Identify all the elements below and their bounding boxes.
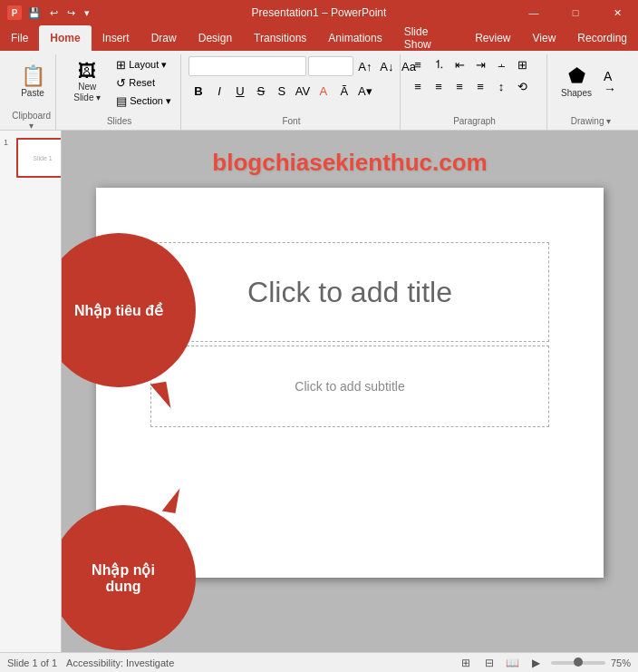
group-slides: 🖼 NewSlide ▾ ⊞ Layout ▾ ↺ Reset ▤ Sectio… — [58, 54, 181, 130]
title-bar-left: P 💾 ↩ ↪ ▾ — [0, 0, 100, 25]
new-slide-button[interactable]: 🖼 NewSlide ▾ — [63, 56, 111, 109]
group-shapes: ⬟ Shapes A → Drawing ▾ — [549, 54, 633, 130]
section-icon: ▤ — [116, 94, 127, 108]
shapes-label: Drawing ▾ — [555, 114, 627, 126]
slide-sorter-button[interactable]: ⊟ — [480, 656, 498, 670]
minimize-button[interactable]: — — [513, 0, 555, 25]
status-right: ⊞ ⊟ 📖 ▶ 75% — [457, 656, 631, 670]
increase-indent-button[interactable]: ⇥ — [470, 54, 490, 74]
clipboard-content: 📋 Paste — [11, 54, 54, 109]
shapes-content: ⬟ Shapes A → — [555, 54, 627, 114]
reset-button[interactable]: ↺ Reset — [112, 74, 175, 91]
normal-view-button[interactable]: ⊞ — [457, 656, 475, 670]
clipboard-label: Clipboard ▾ — [11, 109, 52, 131]
tab-file[interactable]: File — [0, 25, 39, 51]
callout-content-bubble: Nhập nộidung — [62, 505, 196, 650]
font-name-input[interactable] — [188, 56, 306, 76]
callout-title-label: Nhập tiêu đề — [74, 302, 163, 319]
tab-review[interactable]: Review — [464, 25, 521, 51]
bold-button[interactable]: B — [188, 81, 208, 101]
font-row-1: A↑ A↓ Aa — [188, 56, 419, 76]
numbering-button[interactable]: ⒈ — [429, 54, 449, 74]
shapes-button[interactable]: ⬟ Shapes — [555, 56, 598, 109]
qat-redo[interactable]: ↪ — [64, 7, 78, 19]
decrease-indent-button[interactable]: ⇤ — [450, 54, 469, 74]
qat-undo[interactable]: ↩ — [47, 7, 61, 19]
tab-view[interactable]: View — [522, 25, 567, 51]
accessibility-status: Accessibility: Investigate — [66, 657, 174, 668]
paste-button[interactable]: 📋 Paste — [11, 56, 54, 109]
slide-title-area[interactable]: Click to add title — [150, 242, 549, 342]
tab-design[interactable]: Design — [188, 25, 243, 51]
layout-button[interactable]: ⊞ Layout ▾ — [112, 56, 175, 73]
align-center-button[interactable]: ≡ — [429, 76, 449, 96]
paragraph-label: Paragraph — [408, 114, 541, 126]
qat-save[interactable]: 💾 — [25, 7, 44, 19]
font-label: Font — [188, 114, 394, 126]
paragraph-content: ≡ ⒈ ⇤ ⇥ ⫠ ⊞ ≡ ≡ ≡ ≡ ↕ ⟲ — [408, 54, 532, 96]
font-size-input[interactable] — [308, 56, 353, 76]
content-area: 1 Slide 1 blogchiasekienthuc.com Nhập ti… — [0, 131, 638, 652]
slide-thumbnail[interactable]: Slide 1 — [16, 138, 62, 178]
reset-icon: ↺ — [116, 76, 126, 90]
new-slide-icon: 🖼 — [78, 62, 96, 80]
status-left: Slide 1 of 1 Accessibility: Investigate — [7, 657, 174, 668]
maximize-button[interactable]: □ — [555, 0, 596, 25]
text-shadow-button[interactable]: S — [272, 81, 292, 101]
justify-button[interactable]: ≡ — [470, 76, 490, 96]
section-button[interactable]: ▤ Section ▾ — [112, 93, 175, 109]
app-icon: P — [7, 5, 22, 20]
ribbon-tabs: File Home Insert Draw Design Transitions… — [0, 25, 638, 51]
slide-subtitle-area[interactable]: Click to add subtitle — [150, 346, 549, 427]
tab-insert[interactable]: Insert — [92, 25, 140, 51]
tab-draw[interactable]: Draw — [140, 25, 188, 51]
increase-font-button[interactable]: A↑ — [355, 56, 375, 76]
para-row-2: ≡ ≡ ≡ ≡ ↕ ⟲ — [408, 76, 532, 96]
underline-button[interactable]: U — [230, 81, 250, 101]
title-bar: P 💾 ↩ ↪ ▾ Presentation1 – PowerPoint — □… — [0, 0, 638, 25]
group-font: A↑ A↓ Aa B I U S S AV A Ã A▾ Font — [183, 54, 401, 130]
zoom-slider[interactable] — [551, 661, 605, 665]
italic-button[interactable]: I — [209, 81, 229, 101]
tab-animations[interactable]: Animations — [317, 25, 392, 51]
slide-subtitle-placeholder[interactable]: Click to add subtitle — [295, 379, 404, 394]
text-color-pick[interactable]: A▾ — [355, 81, 375, 101]
close-button[interactable]: ✕ — [596, 0, 638, 25]
line-spacing-button[interactable]: ↕ — [491, 76, 511, 96]
qat-more[interactable]: ▾ — [82, 7, 92, 19]
tab-transitions[interactable]: Transitions — [243, 25, 317, 51]
paste-icon: 📋 — [21, 66, 45, 86]
arrange-icon: A → — [604, 70, 624, 95]
slide-panel: 1 Slide 1 — [0, 131, 62, 652]
slide-thumbnail-wrapper: 1 Slide 1 — [16, 138, 57, 178]
font-color-button[interactable]: A — [314, 81, 334, 101]
tab-home[interactable]: Home — [39, 25, 91, 51]
slides-label: Slides — [63, 114, 175, 126]
zoom-thumb — [574, 657, 583, 667]
smartart-button[interactable]: ⊞ — [512, 54, 532, 74]
layout-icon: ⊞ — [116, 58, 126, 72]
text-direction-button[interactable]: ⟲ — [512, 76, 532, 96]
canvas-area: blogchiasekienthuc.com Nhập tiêu đề Clic… — [62, 131, 638, 652]
slide-number: 1 — [4, 138, 8, 147]
status-bar: Slide 1 of 1 Accessibility: Investigate … — [0, 652, 638, 672]
highlight-button[interactable]: Ã — [334, 81, 354, 101]
columns-button[interactable]: ⫠ — [491, 54, 511, 74]
char-spacing-button[interactable]: AV — [293, 81, 313, 101]
align-right-button[interactable]: ≡ — [450, 76, 469, 96]
window-controls: — □ ✕ — [513, 0, 638, 25]
slideshow-button[interactable]: ▶ — [527, 656, 546, 670]
slide-title-placeholder[interactable]: Click to add title — [247, 276, 452, 309]
decrease-font-button[interactable]: A↓ — [377, 56, 397, 76]
bullets-button[interactable]: ≡ — [408, 54, 428, 74]
tab-recording[interactable]: Recording — [566, 25, 638, 51]
zoom-level: 75% — [611, 657, 631, 668]
strikethrough-button[interactable]: S — [251, 81, 271, 101]
align-left-button[interactable]: ≡ — [408, 76, 428, 96]
slide-canvas[interactable]: Nhập tiêu đề Click to add title Click to… — [96, 188, 604, 578]
arrange-button[interactable]: A → — [600, 56, 627, 109]
slide-count-status: Slide 1 of 1 — [7, 657, 57, 668]
tab-slideshow[interactable]: Slide Show — [393, 25, 464, 51]
reading-view-button[interactable]: 📖 — [504, 656, 522, 670]
slides-content: 🖼 NewSlide ▾ ⊞ Layout ▾ ↺ Reset ▤ Sectio… — [63, 54, 175, 114]
